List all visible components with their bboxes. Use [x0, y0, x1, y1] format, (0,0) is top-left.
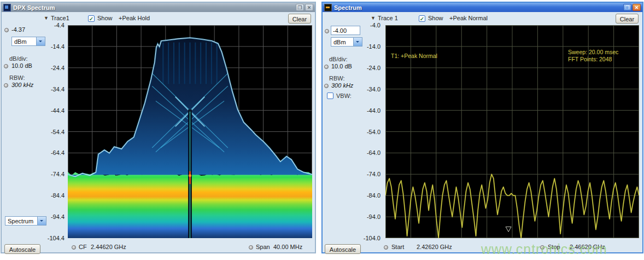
restore-button[interactable]: ❐: [623, 4, 631, 11]
knob-icon[interactable]: [324, 84, 329, 88]
dpx-bottom-bar: CF 2.44620 GHz Span 40.00 MHz: [2, 242, 315, 252]
dpx-toolbar: ▼ Trace1 ✓ Show +Peak Hold Clear: [2, 12, 315, 25]
y-tick-label: -94.4: [51, 213, 65, 220]
show-label: Show: [97, 15, 113, 21]
spectrum-window-title: Spectrum: [334, 4, 622, 11]
y-tick-label: -74.0: [367, 171, 380, 177]
dpx-app-icon: [3, 4, 11, 11]
close-button[interactable]: ✕: [305, 4, 313, 11]
y-tick-label: -64.0: [367, 149, 380, 156]
clear-button[interactable]: Clear: [616, 14, 639, 24]
trace-selector[interactable]: Trace 1: [378, 15, 398, 21]
knob-icon[interactable]: [325, 29, 329, 33]
y-tick-label: -104.0: [364, 235, 380, 241]
spectrum-plot[interactable]: T1: +Peak Normal Sweep: 20.00 msec FFT P…: [385, 25, 639, 238]
y-tick-label: -44.4: [51, 107, 65, 114]
trace-selector[interactable]: Trace1: [51, 15, 69, 21]
y-tick-label: -104.4: [48, 235, 65, 241]
knob-icon[interactable]: [384, 245, 388, 250]
show-checkbox[interactable]: ✓: [419, 15, 425, 22]
y-tick-label: -84.0: [367, 192, 380, 199]
rbw-value[interactable]: 300 kHz: [331, 82, 353, 89]
rbw-label: RBW:: [9, 74, 25, 81]
db-div-label: dB/div:: [9, 55, 28, 62]
rbw-label: RBW:: [329, 75, 345, 82]
cf-value[interactable]: 2.44620 GHz: [91, 244, 126, 250]
y-tick-label: -24.0: [367, 65, 380, 71]
fft-points-annotation: FFT Points: 2048: [568, 56, 612, 62]
y-tick-label: -24.4: [51, 65, 65, 71]
y-tick-label: -44.0: [367, 107, 380, 114]
knob-icon[interactable]: [4, 28, 9, 32]
knob-icon[interactable]: [72, 245, 76, 250]
trace-expander-icon[interactable]: ▼: [371, 15, 376, 21]
trace-expander-icon[interactable]: ▼: [44, 15, 49, 21]
y-tick-label: -14.0: [367, 43, 380, 50]
show-checkbox[interactable]: ✓: [88, 15, 95, 22]
y-tick-label: -34.4: [51, 86, 65, 93]
trace-mode-label: +Peak Hold: [119, 15, 150, 21]
y-tick-label: -94.0: [367, 213, 380, 220]
rbw-value[interactable]: 300 kHz: [11, 82, 33, 88]
trace-info-annotation: T1: +Peak Normal: [391, 53, 437, 59]
spectrum-y-axis: -4.0-14.0-24.0-34.0-44.0-54.0-64.0-74.0-…: [355, 25, 382, 238]
db-div-value[interactable]: 10.0 dB: [331, 63, 352, 70]
close-button[interactable]: ✕: [633, 4, 641, 11]
knob-icon[interactable]: [324, 65, 329, 69]
span-value[interactable]: 40.00 MHz: [273, 244, 302, 250]
sweep-annotation: Sweep: 20.00 msec: [568, 49, 618, 55]
y-tick-label: -4.4: [54, 22, 65, 28]
y-tick-label: -4.0: [370, 22, 380, 28]
start-value[interactable]: 2.42620 GHz: [417, 244, 452, 250]
y-tick-label: -74.4: [51, 171, 65, 177]
dpx-plot[interactable]: [68, 25, 312, 238]
db-div-value[interactable]: 10.0 dB: [11, 62, 32, 69]
y-tick-label: -84.4: [51, 192, 65, 199]
ref-level-value[interactable]: -4.37: [11, 26, 25, 33]
y-tick-label: -14.4: [51, 43, 65, 50]
show-label: Show: [428, 15, 443, 21]
y-tick-label: -64.4: [51, 149, 65, 156]
spectrum-window: Spectrum ❐ ✕ ▼ Trace 1 ✓ Show +Peak Norm…: [321, 2, 643, 253]
y-tick-label: -54.0: [367, 129, 380, 135]
knob-icon[interactable]: [4, 83, 8, 88]
trace-mode-label: +Peak Normal: [449, 15, 488, 21]
y-tick-label: -54.4: [51, 129, 65, 135]
dpx-titlebar[interactable]: DPX Spectrum ❐ ✕: [2, 3, 315, 12]
knob-icon[interactable]: [4, 64, 8, 68]
vbw-checkbox[interactable]: [327, 93, 333, 99]
vbw-label: VBW:: [336, 93, 352, 99]
clear-button[interactable]: Clear: [288, 14, 311, 24]
dpx-window-title: DPX Spectrum: [13, 4, 295, 11]
dpx-y-axis: -4.4-14.4-24.4-34.4-44.4-54.4-64.4-74.4-…: [39, 25, 66, 238]
span-label: Span: [256, 244, 270, 250]
db-div-label: dB/div:: [329, 56, 348, 62]
watermark: www.cntronics.com: [481, 241, 607, 257]
knob-icon[interactable]: [249, 245, 253, 250]
restore-button[interactable]: ❐: [296, 4, 304, 11]
cf-label: CF: [79, 244, 87, 250]
spectrum-app-icon: [324, 4, 332, 11]
start-label: Start: [391, 244, 404, 250]
dpx-spectrum-window: DPX Spectrum ❐ ✕ ▼ Trace1 ✓ Show +Peak H…: [1, 2, 316, 253]
spectrum-titlebar[interactable]: Spectrum ❐ ✕: [323, 3, 642, 12]
y-tick-label: -34.0: [367, 86, 380, 93]
